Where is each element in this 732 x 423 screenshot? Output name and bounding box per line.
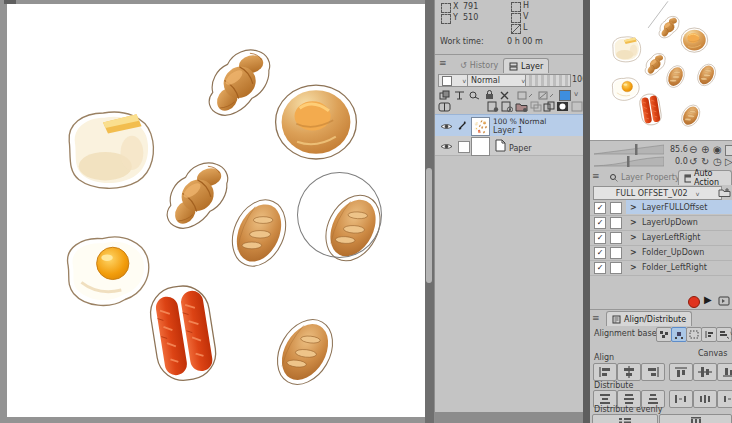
rotate-cw-button[interactable]: ↻ [701, 156, 709, 167]
zoom-out-button[interactable]: ⊖ [689, 144, 697, 155]
align-panel-menu-icon[interactable]: ≡ [592, 313, 600, 323]
layer-panel-menu-icon[interactable]: ≡ [439, 58, 447, 68]
new-layer-settings-icon[interactable] [501, 101, 513, 112]
canvas-area[interactable] [0, 0, 425, 423]
paper-layer-icon [495, 139, 506, 152]
action-row-5[interactable]: ✓ > Folder_LeftRight [590, 260, 732, 276]
nav-extra-button[interactable] [725, 145, 732, 156]
distribute-evenly-v-button[interactable] [659, 414, 732, 423]
vscrollbar-thumb[interactable] [426, 168, 432, 283]
transfer-layer-icon[interactable] [543, 101, 555, 112]
blend-mode-combo[interactable]: Normal v [467, 74, 529, 87]
align-center-v-button[interactable] [617, 363, 641, 381]
action-2-checkbox2[interactable] [610, 217, 622, 229]
tab-history[interactable]: ↺ History [455, 58, 503, 72]
layer-color-swatch[interactable] [559, 90, 571, 101]
action-4-label: Folder_UpDown [642, 248, 704, 257]
action-4-expand-icon[interactable]: > [630, 248, 637, 257]
action-options-icon[interactable] [718, 296, 731, 307]
rotate-ccw-button[interactable]: ↺ [689, 156, 697, 167]
base-bar-button[interactable] [701, 327, 717, 342]
action-4-checkbox2[interactable] [610, 247, 622, 259]
trim-icon[interactable] [454, 90, 465, 100]
lock-layer-icon[interactable] [484, 90, 495, 100]
layer1-visibility-eye-icon[interactable] [440, 122, 453, 131]
align-bottom-button[interactable] [717, 363, 732, 381]
layer-row-paper[interactable]: Paper [435, 136, 589, 156]
navigator-preview[interactable] [590, 0, 732, 141]
layer-mask-icon[interactable] [556, 101, 569, 112]
align-middle-h-button[interactable] [693, 363, 717, 381]
paper-thumbnail[interactable] [471, 137, 490, 156]
distribute-label: Distribute [594, 381, 633, 390]
lock-transparent-icon[interactable] [469, 90, 480, 100]
record-button[interactable] [688, 296, 700, 308]
layer1-thumbnail[interactable] [471, 117, 490, 136]
action-5-expand-icon[interactable]: > [630, 263, 637, 272]
action-2-checkbox[interactable]: ✓ [594, 217, 606, 229]
work-time-label: Work time: [440, 37, 484, 46]
distribute-center-button[interactable] [693, 390, 717, 408]
opacity-slider[interactable] [525, 74, 571, 87]
paper-name: Paper [509, 144, 532, 153]
paper-visibility-eye-icon[interactable] [440, 142, 453, 151]
tab-layer-label: Layer [521, 62, 543, 71]
nav-zoom-slider[interactable] [594, 144, 664, 155]
action-3-expand-icon[interactable]: > [630, 233, 637, 242]
action-5-checkbox2[interactable] [610, 262, 622, 274]
layer-row-selected[interactable]: 100 % Normal Layer 1 [435, 114, 589, 137]
new-folder-icon[interactable] [515, 101, 528, 112]
tab-layer[interactable]: Layer [503, 58, 549, 73]
align-left-button[interactable] [593, 363, 617, 381]
action-1-expand-icon[interactable]: > [630, 203, 637, 212]
action-4-checkbox[interactable]: ✓ [594, 247, 606, 259]
pin-icon[interactable] [499, 90, 510, 100]
action-set-menu-icon[interactable] [718, 186, 731, 198]
flip-h-label: H [523, 1, 529, 10]
tab-auto-action-label: Auto Action [694, 169, 726, 187]
paper-checkbox[interactable] [458, 141, 470, 153]
tab-align-distribute[interactable]: Align/Distribute [606, 311, 692, 326]
layer-color-arrow[interactable]: v [574, 90, 578, 98]
align-top-button[interactable] [669, 363, 693, 381]
ruler-icon[interactable] [517, 90, 533, 100]
distribute-left-button[interactable] [669, 390, 693, 408]
action-set-dropdown[interactable]: FULL OFFSET_V02 v [593, 186, 722, 200]
distribute-right-button[interactable] [717, 390, 732, 408]
merge-down-icon[interactable] [530, 101, 542, 112]
effect-icon[interactable] [538, 90, 554, 100]
canvas-vscrollbar[interactable] [425, 0, 434, 423]
new-layer-icon[interactable] [487, 101, 499, 112]
action-row-2[interactable]: ✓ > LayerUpDown [590, 215, 732, 231]
action-3-checkbox2[interactable] [610, 232, 622, 244]
action-1-checkbox[interactable]: ✓ [594, 202, 606, 214]
base-dashed-button[interactable] [686, 327, 702, 342]
distribute-evenly-h-button[interactable] [592, 414, 658, 423]
tab-layer-property[interactable]: Layer Property [604, 170, 685, 184]
action-row-3[interactable]: ✓ > LayerLeftRight [590, 230, 732, 246]
tab-auto-action[interactable]: Auto Action [678, 170, 732, 185]
nav-rotate-slider[interactable] [594, 156, 664, 167]
palette-dock-icon[interactable] [438, 102, 451, 112]
base-free-button[interactable] [656, 327, 672, 342]
action-row-1[interactable]: ✓ > LayerFULLOffset [590, 200, 732, 216]
work-time-value: 0 h 00 m [507, 37, 543, 46]
play-button[interactable]: ▶ [704, 294, 712, 305]
panel-splitter[interactable] [583, 0, 590, 423]
apply-mask-icon[interactable] [571, 101, 583, 112]
action-row-4[interactable]: ✓ > Folder_UpDown [590, 245, 732, 261]
base-selection-button[interactable] [671, 327, 687, 342]
clip-at-layer-icon[interactable] [439, 90, 450, 100]
palette-color-combo[interactable]: v [438, 74, 470, 87]
flip-view-button[interactable]: ▷ [725, 156, 732, 167]
right-panel-menu-icon[interactable]: ≡ [592, 171, 600, 181]
zoom-fit-button[interactable]: ◉ [713, 144, 722, 155]
rotate-reset-button[interactable]: ◷ [713, 156, 722, 167]
action-1-checkbox2[interactable] [610, 202, 622, 214]
layer1-info: 100 % Normal [493, 117, 546, 126]
action-3-checkbox[interactable]: ✓ [594, 232, 606, 244]
action-2-expand-icon[interactable]: > [630, 218, 637, 227]
action-5-checkbox[interactable]: ✓ [594, 262, 606, 274]
zoom-in-button[interactable]: ⊕ [701, 144, 709, 155]
align-right-button[interactable] [641, 363, 665, 381]
